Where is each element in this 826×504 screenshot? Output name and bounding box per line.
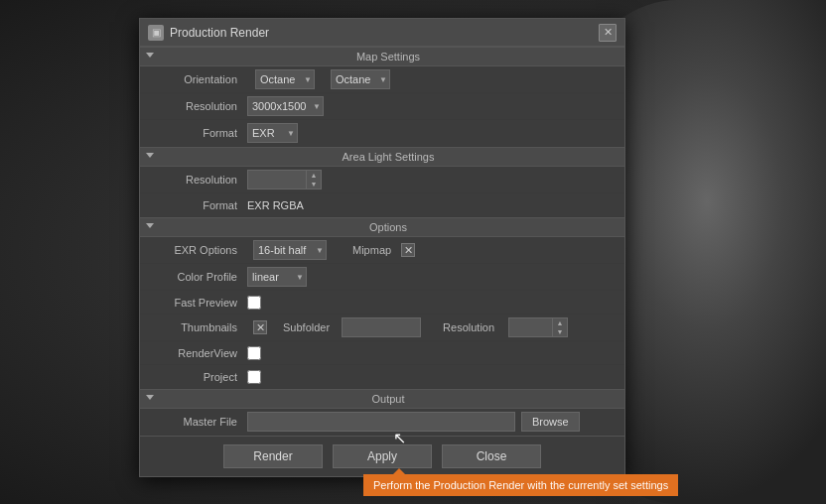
close-icon[interactable]: ✕: [599, 24, 617, 42]
renderview-row: RenderView: [140, 341, 624, 365]
thumbnails-row: Thumbnails ✕ Subfolder Resolution 128 ▲ …: [140, 315, 624, 341]
output-header[interactable]: Output: [140, 389, 624, 409]
area-format-row: Format EXR RGBA: [140, 193, 624, 217]
thumb-resolution-up[interactable]: ▲: [553, 318, 567, 327]
area-resolution-row: Resolution 1000 ▲ ▼: [140, 167, 624, 193]
thumb-resolution-arrows: ▲ ▼: [553, 317, 568, 337]
mipmap-label: Mipmap: [352, 244, 391, 256]
master-file-label: Master File: [148, 416, 247, 428]
orientation-select2[interactable]: Octane Default Custom: [331, 69, 390, 89]
area-resolution-input[interactable]: 1000: [247, 170, 307, 189]
area-resolution-arrows: ▲ ▼: [307, 170, 322, 189]
dialog-body: Map Settings Orientation Octane Default …: [140, 47, 624, 436]
thumbnails-checkbox[interactable]: ✕: [253, 320, 267, 334]
button-row: Render Apply Close Perform the Productio…: [140, 436, 624, 476]
area-resolution-spinner: 1000 ▲ ▼: [247, 170, 322, 189]
fast-preview-row: Fast Preview: [140, 291, 624, 315]
area-resolution-up[interactable]: ▲: [307, 171, 321, 180]
orientation-select2-wrapper: Octane Default Custom: [331, 69, 390, 89]
map-format-select[interactable]: EXR PNG JPEG TIFF: [247, 123, 298, 143]
output-label: Output: [158, 393, 619, 405]
exr-options-select-wrapper: 16-bit half 32-bit float: [253, 240, 327, 260]
exr-options-select[interactable]: 16-bit half 32-bit float: [253, 240, 327, 260]
map-format-label: Format: [148, 127, 247, 139]
section-triangle-options: [146, 223, 154, 232]
exr-options-label: EXR Options: [148, 244, 247, 256]
project-checkbox[interactable]: [247, 370, 261, 384]
renderview-label: RenderView: [148, 347, 247, 359]
browse-button[interactable]: Browse: [521, 412, 580, 432]
subfolder-label: Subfolder: [283, 321, 330, 333]
dialog-icon: ▣: [148, 25, 164, 41]
options-header[interactable]: Options: [140, 217, 624, 237]
thumb-resolution-label: Resolution: [443, 321, 494, 333]
map-format-row: Format EXR PNG JPEG TIFF: [140, 120, 624, 147]
renderview-checkbox[interactable]: [247, 346, 261, 360]
orientation-select1-wrapper: Octane Default Custom: [255, 69, 315, 89]
map-settings-label: Map Settings: [158, 51, 619, 63]
thumb-resolution-down[interactable]: ▼: [553, 327, 567, 336]
mipmap-checkbox[interactable]: ✕: [401, 243, 415, 257]
color-profile-label: Color Profile: [148, 271, 247, 283]
map-resolution-select-wrapper: 3000x1500 1920x1080 4096x2048: [247, 96, 324, 116]
exr-options-row: EXR Options 16-bit half 32-bit float Mip…: [140, 237, 624, 264]
area-light-header[interactable]: Area Light Settings: [140, 147, 624, 167]
area-resolution-down[interactable]: ▼: [307, 180, 321, 189]
map-resolution-select[interactable]: 3000x1500 1920x1080 4096x2048: [247, 96, 324, 116]
thumbnails-label: Thumbnails: [148, 321, 247, 333]
map-resolution-row: Resolution 3000x1500 1920x1080 4096x2048: [140, 93, 624, 120]
map-resolution-label: Resolution: [148, 100, 247, 112]
render-button[interactable]: Render: [223, 444, 323, 468]
section-triangle-output: [146, 395, 154, 404]
section-triangle-area: [146, 153, 154, 162]
fast-preview-label: Fast Preview: [148, 297, 247, 309]
color-profile-select[interactable]: linear sRGB Rec709: [247, 267, 307, 287]
color-profile-row: Color Profile linear sRGB Rec709: [140, 264, 624, 291]
orientation-label: Orientation: [148, 73, 247, 85]
project-label: Project: [148, 371, 247, 383]
production-render-dialog: ▣ Production Render ✕ Map Settings Orien…: [139, 18, 625, 477]
orientation-row: Orientation Octane Default Custom Octane…: [140, 66, 624, 93]
area-resolution-label: Resolution: [148, 174, 247, 186]
color-profile-select-wrapper: linear sRGB Rec709: [247, 267, 307, 287]
fast-preview-checkbox[interactable]: [247, 296, 261, 310]
section-triangle-map: [146, 53, 154, 62]
thumb-resolution-input[interactable]: 128: [508, 317, 553, 337]
close-button[interactable]: Close: [442, 444, 541, 468]
area-format-value: EXR RGBA: [247, 199, 304, 211]
master-file-row: Master File C:/Users/Mark Segasby/Deskto…: [140, 409, 624, 436]
project-row: Project: [140, 365, 624, 389]
options-label: Options: [158, 221, 619, 233]
subfolder-input[interactable]: [342, 317, 421, 337]
orientation-select1[interactable]: Octane Default Custom: [255, 69, 315, 89]
apply-button[interactable]: Apply: [333, 444, 432, 468]
map-settings-header[interactable]: Map Settings: [140, 47, 624, 66]
thumb-resolution-spinner: 128 ▲ ▼: [508, 317, 568, 337]
dialog-title: Production Render: [170, 26, 599, 40]
dialog-titlebar: ▣ Production Render ✕: [140, 19, 624, 47]
map-format-select-wrapper: EXR PNG JPEG TIFF: [247, 123, 298, 143]
area-format-label: Format: [148, 199, 247, 211]
master-file-input[interactable]: C:/Users/Mark Segasby/Desktop/watch_octa…: [247, 412, 515, 432]
area-light-label: Area Light Settings: [158, 151, 619, 163]
